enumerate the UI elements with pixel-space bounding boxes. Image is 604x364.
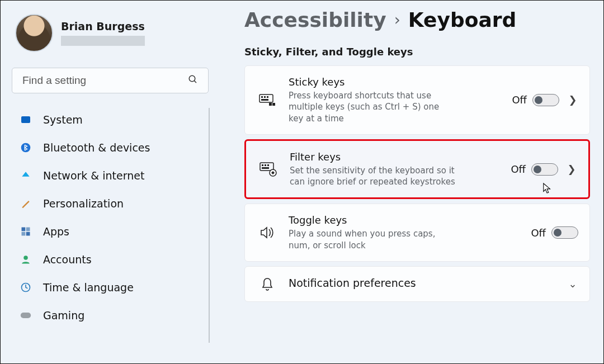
svg-rect-5	[22, 232, 26, 236]
gamepad-icon	[20, 309, 32, 322]
keyboard-icon	[255, 94, 280, 106]
toggle-toggle-keys[interactable]: Off	[531, 226, 578, 239]
chevron-right-icon[interactable]: ❯	[566, 163, 577, 175]
keyboard-filter-icon	[256, 162, 281, 177]
sidebar-item-time-language[interactable]: Time & language	[12, 273, 209, 301]
sidebar-item-label: System	[43, 114, 83, 126]
search-icon	[188, 74, 198, 87]
svg-rect-19	[265, 164, 266, 166]
svg-point-2	[21, 143, 31, 153]
monitor-icon	[20, 114, 32, 126]
svg-rect-21	[262, 167, 269, 169]
sidebar-item-apps[interactable]: Apps	[12, 218, 209, 245]
card-controls: Off ❯	[512, 94, 578, 106]
svg-rect-12	[264, 96, 266, 98]
speaker-icon	[255, 226, 280, 239]
profile-text: Brian Burgess	[61, 20, 145, 46]
sidebar-item-system[interactable]: System	[12, 106, 209, 134]
card-title: Notification preferences	[289, 277, 558, 289]
card-title: Toggle keys	[289, 214, 456, 226]
card-controls: Off	[531, 226, 578, 239]
profile-block[interactable]: Brian Burgess	[12, 14, 209, 52]
chevron-right-icon: ›	[394, 11, 400, 29]
clock-globe-icon	[20, 281, 32, 294]
sidebar-item-label: Time & language	[43, 281, 134, 294]
svg-rect-10	[259, 94, 273, 102]
card-controls: Off ❯	[511, 163, 577, 176]
svg-rect-16	[272, 103, 275, 106]
sidebar-item-personalization[interactable]: Personalization	[12, 190, 209, 218]
toggle-state-label: Off	[512, 94, 527, 106]
sidebar-item-gaming[interactable]: Gaming	[12, 301, 209, 329]
card-toggle-keys[interactable]: Toggle keys Play a sound when you press …	[244, 204, 590, 262]
svg-rect-15	[269, 103, 272, 106]
main-panel: Accessibility › Keyboard Sticky, Filter,…	[219, 1, 603, 363]
card-body: Sticky keys Press keyboard shortcuts tha…	[289, 76, 456, 124]
sidebar-item-label: Network & internet	[43, 169, 144, 182]
avatar	[15, 14, 53, 52]
search-box[interactable]	[12, 68, 209, 93]
nav: System Bluetooth & devices Network & int…	[12, 106, 209, 329]
toggle-filter-keys[interactable]: Off	[511, 163, 558, 176]
apps-icon	[20, 225, 32, 238]
svg-rect-20	[267, 164, 269, 166]
toggle-state-label: Off	[511, 163, 526, 175]
chevron-down-icon[interactable]: ⌄	[567, 278, 578, 290]
profile-email-redacted	[61, 36, 145, 46]
svg-rect-4	[26, 228, 30, 231]
toggle-sticky-keys[interactable]: Off	[512, 94, 559, 106]
sidebar-item-label: Apps	[43, 225, 69, 238]
bluetooth-icon	[20, 141, 32, 154]
card-desc: Press keyboard shortcuts that use multip…	[289, 90, 456, 124]
sidebar-item-label: Bluetooth & devices	[43, 141, 150, 154]
card-body: Notification preferences	[289, 277, 558, 291]
nav-wrapper: System Bluetooth & devices Network & int…	[12, 106, 209, 363]
card-sticky-keys[interactable]: Sticky keys Press keyboard shortcuts tha…	[244, 65, 590, 135]
breadcrumb: Accessibility › Keyboard	[244, 8, 590, 31]
toggle-switch[interactable]	[551, 226, 578, 239]
cursor-icon	[542, 182, 553, 195]
svg-rect-11	[261, 96, 263, 98]
wifi-icon	[20, 169, 32, 182]
card-notification-preferences[interactable]: Notification preferences ⌄	[244, 266, 590, 302]
svg-rect-18	[262, 164, 263, 166]
toggle-state-label: Off	[531, 227, 546, 239]
cards-list: Sticky keys Press keyboard shortcuts tha…	[244, 65, 590, 302]
sidebar: Brian Burgess System Blue	[1, 1, 219, 363]
sidebar-item-bluetooth[interactable]: Bluetooth & devices	[12, 134, 209, 162]
svg-point-0	[189, 75, 195, 82]
card-desc: Set the sensitivity of the keyboard so i…	[290, 165, 457, 188]
brush-icon	[20, 197, 32, 210]
svg-line-1	[194, 81, 196, 83]
card-title: Filter keys	[290, 151, 457, 163]
svg-rect-14	[261, 99, 268, 101]
card-body: Filter keys Set the sensitivity of the k…	[290, 151, 457, 188]
card-body: Toggle keys Play a sound when you press …	[289, 214, 456, 251]
sidebar-item-accounts[interactable]: Accounts	[12, 245, 209, 273]
search-input[interactable]	[22, 74, 181, 87]
breadcrumb-current: Keyboard	[408, 8, 516, 31]
toggle-switch[interactable]	[532, 94, 559, 106]
profile-name: Brian Burgess	[61, 20, 145, 32]
toggle-switch[interactable]	[531, 163, 558, 176]
sidebar-item-label: Personalization	[43, 197, 124, 210]
bell-icon	[255, 277, 280, 291]
card-title: Sticky keys	[289, 76, 456, 88]
settings-app: Brian Burgess System Blue	[1, 1, 603, 363]
sidebar-item-label: Accounts	[43, 253, 92, 266]
sidebar-item-network[interactable]: Network & internet	[12, 162, 209, 190]
sidebar-item-label: Gaming	[43, 309, 84, 322]
svg-rect-6	[26, 232, 30, 236]
card-desc: Play a sound when you press caps, num, o…	[289, 228, 456, 251]
chevron-right-icon[interactable]: ❯	[567, 94, 578, 106]
card-filter-keys[interactable]: Filter keys Set the sensitivity of the k…	[244, 139, 590, 200]
person-icon	[20, 253, 32, 266]
breadcrumb-parent[interactable]: Accessibility	[244, 8, 386, 31]
svg-rect-9	[21, 313, 31, 318]
svg-rect-13	[267, 96, 268, 98]
section-heading: Sticky, Filter, and Toggle keys	[244, 46, 590, 58]
svg-rect-3	[22, 228, 26, 231]
nav-divider	[209, 108, 210, 343]
svg-point-7	[23, 256, 28, 260]
